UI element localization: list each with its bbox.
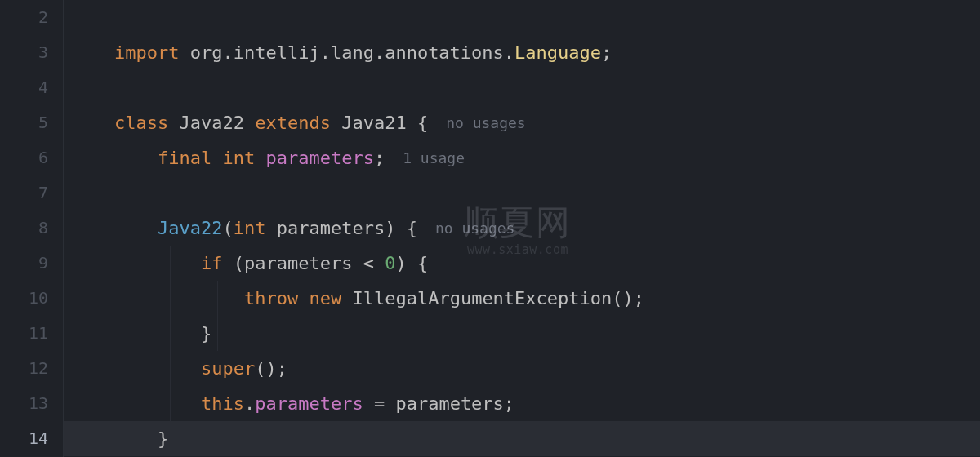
gutter-line-number[interactable]: 6 [0,140,63,175]
keyword-super: super [201,358,255,379]
gutter-line-number[interactable]: 3 [0,35,63,70]
paren-open: ( [612,288,622,308]
code-line[interactable]: throw new IllegalArgumentException(); [114,281,980,316]
gutter-line-number[interactable]: 5 [0,105,63,140]
field-ref: parameters [255,393,363,414]
brace-close: } [201,323,212,344]
code-line[interactable]: } [114,316,980,351]
gutter-line-number[interactable]: 8 [0,211,63,246]
code-line[interactable]: Java22(int parameters) {no usages [114,211,980,246]
operator-eq: = [374,393,385,414]
brace-open: { [417,253,428,273]
code-line[interactable]: class Java22 extends Java21 {no usages [114,105,980,140]
code-line[interactable]: this.parameters = parameters; [114,386,980,421]
paren-open: ( [255,358,265,379]
gutter-line-number[interactable]: 10 [0,281,63,316]
keyword-extends: extends [255,113,331,133]
gutter-line-number[interactable]: 13 [0,386,63,421]
code-line[interactable] [114,70,980,105]
constructor-name: Java22 [158,218,222,238]
gutter-line-number[interactable]: 7 [0,175,63,211]
code-line[interactable]: import org.intellij.lang.annotations.Lan… [114,35,980,70]
import-package: org.intellij.lang.annotations. [190,42,514,63]
keyword-import: import [114,42,179,63]
keyword-if: if [201,253,223,273]
param-name: parameters [277,218,385,238]
gutter-line-number[interactable]: 2 [0,0,63,35]
identifier: parameters [244,253,352,273]
paren-open: ( [222,218,233,238]
gutter-line-number-current[interactable]: 14 [0,421,63,456]
code-editor[interactable]: 2 3 4 5 6 7 8 9 10 11 12 13 14 顺夏网 www.s… [0,0,980,457]
gutter-line-number[interactable]: 4 [0,70,63,105]
code-line[interactable] [114,0,980,35]
paren-close: ) [265,358,276,379]
dot: . [244,393,255,414]
semicolon: ; [634,288,644,308]
paren-close: ) [385,218,395,238]
brace-close: } [158,428,168,449]
keyword-int: int [222,148,255,168]
super-class-name: Java21 [341,113,406,133]
inlay-hint-usages[interactable]: no usages [435,220,515,237]
import-class: Language [514,42,601,63]
exception-class: IllegalArgumentException [352,288,612,308]
semicolon: ; [601,42,612,63]
identifier: parameters [395,393,503,414]
gutter: 2 3 4 5 6 7 8 9 10 11 12 13 14 [0,0,64,457]
paren-close: ) [623,288,634,308]
code-line[interactable]: if (parameters < 0) { [114,246,980,281]
keyword-int: int [234,218,266,238]
keyword-this: this [201,393,244,414]
paren-open: ( [234,253,244,273]
code-lines[interactable]: import org.intellij.lang.annotations.Lan… [64,0,980,456]
semicolon: ; [504,393,514,414]
brace-open: { [407,218,417,238]
code-area[interactable]: 顺夏网 www.sxiaw.com import org.intellij.la… [64,0,980,457]
code-line[interactable]: final int parameters;1 usage [114,140,980,175]
field-name: parameters [265,148,373,168]
code-line[interactable]: super(); [114,351,980,386]
inlay-hint-usages[interactable]: 1 usage [403,149,465,166]
code-line[interactable] [114,175,980,211]
keyword-new: new [309,288,341,308]
gutter-line-number[interactable]: 9 [0,246,63,281]
gutter-line-number[interactable]: 12 [0,351,63,386]
keyword-final: final [158,148,212,168]
class-name: Java22 [179,113,243,133]
operator-lt: < [363,253,374,273]
inlay-hint-usages[interactable]: no usages [446,114,526,131]
gutter-line-number[interactable]: 11 [0,316,63,351]
keyword-class: class [114,113,168,133]
number-literal: 0 [385,253,395,273]
paren-close: ) [395,253,406,273]
code-line-current[interactable]: } [114,421,980,456]
brace-open: { [417,113,428,133]
semicolon: ; [277,358,287,379]
keyword-throw: throw [244,288,298,308]
semicolon: ; [374,148,385,168]
